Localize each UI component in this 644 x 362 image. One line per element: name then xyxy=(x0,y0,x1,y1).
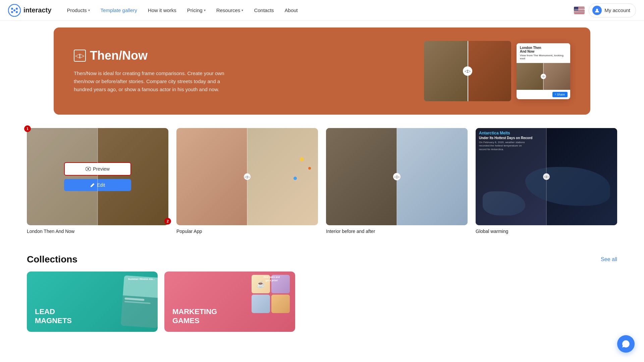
template-card[interactable]: Preview Edit London Then And Now 1 2 xyxy=(27,128,168,234)
svg-point-3 xyxy=(11,11,13,13)
preview-title-line1: London Then xyxy=(520,46,567,50)
hero-main-image: ◁▷ xyxy=(424,41,511,101)
hero-images: ◁▷ London Then And Now View from The Mon… xyxy=(424,41,570,101)
template-card[interactable]: ◁▷ Antarctica Melts Under Its Hottest Da… xyxy=(476,128,617,234)
nav-resources[interactable]: Resources ▾ xyxy=(212,5,248,16)
navbar: interacty Products ▾ Template gallery Ho… xyxy=(0,0,644,21)
main-content: ◁▷ Then/Now Then/Now is ideal for creati… xyxy=(0,21,644,345)
nav-pricing[interactable]: Pricing ▾ xyxy=(182,5,210,16)
svg-point-4 xyxy=(16,11,18,13)
gallery-section: Preview Edit London Then And Now 1 2 xyxy=(0,115,644,247)
global-card-text: Antarctica Melts Under Its Hottest Days … xyxy=(479,131,532,151)
hero-left: ◁▷ Then/Now Then/Now is ideal for creati… xyxy=(74,49,424,94)
preview-image: ◁▷ xyxy=(517,63,570,90)
card-image-london: Preview Edit xyxy=(27,128,168,225)
template-name: London Then And Now xyxy=(27,229,168,234)
hero-preview-card: London Then And Now View from The Monume… xyxy=(517,43,570,99)
svg-point-17 xyxy=(88,168,89,170)
collections-title: Collections xyxy=(27,254,77,265)
svg-rect-11 xyxy=(574,12,585,12)
language-flag[interactable]: ★★★★★★★★★★★★★★★★★★★★★★★★★★★★★★★★★★★★★★★★… xyxy=(574,7,585,14)
split-icon: ◁▷ xyxy=(74,50,86,62)
template-grid: Preview Edit London Then And Now 1 2 xyxy=(27,128,617,234)
collections-section: Collections See all LEAD MAGNETS xyxy=(0,247,644,345)
share-button-small[interactable]: f Share xyxy=(552,92,568,97)
edit-icon xyxy=(90,183,95,187)
nav-template-gallery[interactable]: Template gallery xyxy=(96,5,142,16)
template-name: Popular App xyxy=(176,229,318,234)
svg-point-2 xyxy=(16,8,18,10)
hero-section: ◁▷ Then/Now Then/Now is ideal for creati… xyxy=(54,27,590,115)
chevron-down-icon: ▾ xyxy=(241,8,243,12)
template-name: Interior before and after xyxy=(326,229,468,234)
preview-title-line2: And Now xyxy=(520,50,567,53)
card-image-app: ◁▷ xyxy=(176,128,318,225)
nav-about[interactable]: About xyxy=(280,5,303,16)
nav-products[interactable]: Products ▾ xyxy=(62,5,94,16)
collection-label-lead: LEAD MAGNETS xyxy=(35,307,72,325)
svg-rect-12 xyxy=(574,13,585,13)
my-account-label: My account xyxy=(604,7,630,13)
see-all-link[interactable]: See all xyxy=(601,256,617,262)
collection-card-lead[interactable]: LEAD MAGNETS Summer fitness ma... xyxy=(27,272,158,332)
chevron-down-icon: ▾ xyxy=(88,8,90,12)
logo-link[interactable]: interacty xyxy=(8,4,51,17)
account-icon xyxy=(592,6,602,15)
svg-text:★★★★★★★★★★★★★★★★★★★★★★★★★★★★★★: ★★★★★★★★★★★★★★★★★★★★★★★★★★★★★★★★★★★★★★★★… xyxy=(574,8,585,10)
template-name: Global warming xyxy=(476,229,617,234)
preview-subtitle: View from The Monument, looking east xyxy=(520,54,567,60)
svg-point-1 xyxy=(11,8,13,10)
logo-text: interacty xyxy=(23,6,51,14)
eye-icon xyxy=(86,167,91,171)
hero-title: Then/Now xyxy=(90,49,148,63)
template-card[interactable]: ◁▷ Popular App xyxy=(176,128,318,234)
svg-rect-10 xyxy=(574,10,585,11)
preview-card-header: London Then And Now View from The Monume… xyxy=(517,43,570,63)
badge-2: 2 xyxy=(164,218,171,225)
collection-card-marketing[interactable]: MARKETING GAMES ☕ xyxy=(164,272,295,332)
logo-icon xyxy=(8,4,21,17)
nav-how-it-works[interactable]: How it works xyxy=(143,5,181,16)
collection-label-marketing: MARKETING GAMES xyxy=(172,307,217,325)
preview-footer: f Share xyxy=(517,90,570,99)
card-image-global: ◁▷ Antarctica Melts Under Its Hottest Da… xyxy=(476,128,617,225)
hero-description: Then/Now is ideal for creating frame com… xyxy=(74,69,235,94)
split-handle-icon[interactable]: ◁▷ xyxy=(463,66,472,76)
hero-title-row: ◁▷ Then/Now xyxy=(74,49,424,63)
chevron-down-icon: ▾ xyxy=(204,8,206,12)
svg-point-5 xyxy=(13,9,15,11)
collections-grid: LEAD MAGNETS Summer fitness ma... MARK xyxy=(27,272,295,332)
nav-contacts[interactable]: Contacts xyxy=(249,5,278,16)
nav-items: Products ▾ Template gallery How it works… xyxy=(62,5,574,16)
collections-header: Collections See all xyxy=(27,254,617,265)
chat-icon xyxy=(622,340,630,345)
template-card[interactable]: ◁▷ Interior before and after xyxy=(326,128,468,234)
badge-1: 1 xyxy=(24,125,31,132)
card-image-interior: ◁▷ xyxy=(326,128,468,225)
navbar-right: ★★★★★★★★★★★★★★★★★★★★★★★★★★★★★★★★★★★★★★★★… xyxy=(574,3,636,17)
my-account-button[interactable]: My account xyxy=(589,3,636,17)
